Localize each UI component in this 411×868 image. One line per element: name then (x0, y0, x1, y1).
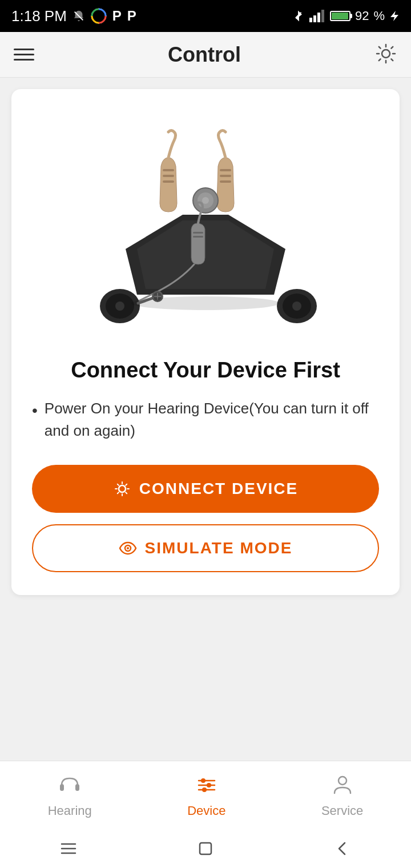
signal-icon (309, 10, 325, 22)
svg-point-28 (131, 296, 280, 310)
svg-rect-7 (163, 169, 174, 171)
nav-item-hearing[interactable]: Hearing (48, 773, 92, 818)
service-nav-icon (330, 773, 355, 800)
nav-item-device[interactable]: Device (187, 773, 225, 818)
time-display: 1:18 PM (11, 7, 67, 25)
device-nav-label: Device (187, 803, 225, 818)
page-title: Control (168, 43, 241, 67)
svg-point-37 (201, 778, 206, 783)
svg-point-39 (202, 787, 207, 792)
svg-rect-2 (309, 18, 312, 22)
svg-point-38 (207, 783, 211, 787)
hearing-nav-label: Hearing (48, 803, 92, 818)
svg-point-20 (115, 302, 124, 311)
instructions-list: • Power On your Hearing Device(You can t… (32, 397, 379, 442)
eye-icon (119, 539, 137, 557)
connect-card: Connect Your Device First • Power On you… (11, 89, 400, 595)
status-left: 1:18 PM P P (11, 7, 136, 25)
device-image (32, 106, 379, 346)
android-menu-button[interactable] (58, 838, 79, 859)
simulate-button-label: SIMULATE MODE (145, 539, 293, 557)
connect-device-button[interactable]: CONNECT DEVICE (32, 465, 379, 513)
svg-rect-4 (317, 13, 320, 22)
dnd-icon (72, 10, 85, 22)
hearing-device-illustration (68, 112, 342, 340)
svg-point-15 (202, 197, 209, 204)
charging-icon (389, 10, 400, 22)
svg-point-40 (339, 777, 346, 785)
svg-rect-10 (220, 169, 231, 171)
svg-rect-44 (200, 843, 211, 854)
svg-point-29 (119, 485, 126, 492)
settings-button[interactable] (374, 42, 397, 67)
main-content: Connect Your Device First • Power On you… (0, 78, 411, 761)
svg-rect-33 (75, 784, 79, 791)
svg-point-6 (382, 50, 390, 58)
svg-point-31 (127, 547, 129, 549)
instruction-text-1: Power On your Hearing Device(You can tur… (45, 397, 379, 442)
svg-rect-12 (220, 180, 231, 183)
svg-rect-9 (163, 180, 174, 183)
hearing-nav-icon (57, 773, 82, 800)
color-icon-1 (91, 8, 107, 24)
svg-rect-17 (193, 236, 203, 238)
battery-indicator (330, 11, 350, 21)
bluetooth-icon (292, 10, 305, 22)
svg-rect-8 (163, 175, 174, 177)
svg-rect-3 (313, 15, 316, 22)
device-nav-icon (194, 773, 219, 800)
simulate-mode-button[interactable]: SIMULATE MODE (32, 524, 379, 572)
app-bar: Control (0, 32, 411, 78)
instruction-item-1: • Power On your Hearing Device(You can t… (32, 397, 379, 442)
svg-point-27 (292, 302, 301, 311)
bottom-navigation: Hearing Device Service (0, 761, 411, 829)
menu-button[interactable] (14, 49, 34, 61)
connect-button-label: CONNECT DEVICE (139, 480, 298, 498)
android-back-button[interactable] (332, 838, 353, 859)
nav-item-service[interactable]: Service (321, 773, 363, 818)
status-bar: 1:18 PM P P (0, 0, 411, 32)
svg-rect-32 (60, 784, 64, 791)
android-home-button[interactable] (195, 838, 216, 859)
status-right: 92 % (292, 9, 400, 23)
service-nav-label: Service (321, 803, 363, 818)
battery-percent: 92 (355, 9, 369, 23)
bullet-point: • (32, 399, 38, 423)
connect-gear-icon (113, 480, 131, 498)
app-icon-p2: P (127, 8, 136, 24)
app-icon-p1: P (112, 8, 122, 24)
connect-title: Connect Your Device First (71, 357, 340, 384)
svg-rect-16 (193, 232, 203, 234)
android-nav-bar (0, 829, 411, 868)
svg-rect-11 (220, 175, 231, 177)
svg-rect-5 (321, 10, 324, 22)
